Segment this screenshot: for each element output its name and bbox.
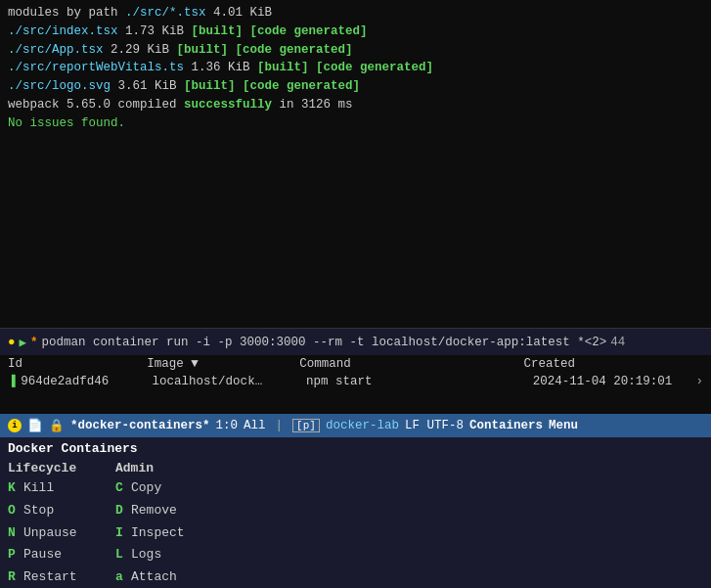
row-indicator: ▐ <box>8 375 17 388</box>
key-copy: C <box>115 478 127 499</box>
cmd-yellow-icon: ● <box>8 336 16 349</box>
status-lab: docker-lab <box>326 419 399 432</box>
container-table: Id Image ▼ Command Created ▐ 964de2adfd4… <box>0 355 711 414</box>
status-containers: Containers <box>469 419 543 432</box>
no-issues-line: No issues found. <box>8 114 703 133</box>
label-remove: Remove <box>131 501 177 521</box>
status-all: All <box>244 419 266 432</box>
cell-created: 2024-11-04 20:19:01 <box>533 375 696 388</box>
key-unpause: N <box>8 523 20 544</box>
menu-item-logs[interactable]: L Logs <box>115 544 311 566</box>
table-header-row: Id Image ▼ Command Created <box>8 355 703 373</box>
menu-item-unpause[interactable]: N Unpause <box>8 522 115 545</box>
cmd-number: 44 <box>610 336 625 349</box>
col-command-header: Command <box>299 357 523 371</box>
cell-command: npm start <box>306 375 533 388</box>
status-position: 1:0 <box>216 419 239 432</box>
terminal-output: modules by path ./src/*.tsx 4.01 KiB ./s… <box>0 0 711 328</box>
col-id-header: Id <box>8 357 147 371</box>
status-filename: *docker-containers* <box>70 419 210 432</box>
admin-column: Admin C Copy D Remove I Inspect L Logs a… <box>115 461 311 588</box>
lifecycle-column: Lifecycle K Kill O Stop N Unpause P Paus… <box>8 461 115 588</box>
label-copy: Copy <box>131 478 161 499</box>
cmd-green-icon: ▶ <box>20 335 27 350</box>
docker-title-bar: Docker Containers <box>0 437 711 459</box>
webpack-compiled-line: webpack 5.65.0 compiled successfully in … <box>8 96 703 114</box>
status-file-icon: 📄 <box>27 418 43 433</box>
menu-item-restart[interactable]: R Restart <box>8 566 115 588</box>
label-logs: Logs <box>131 545 161 565</box>
key-remove: D <box>115 501 127 521</box>
row-arrow: › <box>696 375 704 388</box>
col-created-header: Created <box>524 357 703 371</box>
label-stop: Stop <box>23 501 54 521</box>
menu-item-remove[interactable]: D Remove <box>115 500 311 522</box>
menu-item-inspect[interactable]: I Inspect <box>115 522 311 545</box>
label-kill: Kill <box>23 478 54 499</box>
label-pause: Pause <box>23 545 62 565</box>
file-line-4: ./src/logo.svg 3.61 KiB [built] [code ge… <box>8 77 703 96</box>
admin-label: Admin <box>115 461 311 475</box>
status-circle-icon: i <box>8 419 22 432</box>
modules-line: modules by path ./src/*.tsx 4.01 KiB <box>8 4 703 23</box>
label-unpause: Unpause <box>23 523 77 544</box>
menu-item-attach[interactable]: a Attach <box>115 566 311 588</box>
docker-panel-title: Docker Containers <box>8 441 138 456</box>
cursor-line <box>8 132 703 151</box>
command-line: ● ▶ * podman container run -i -p 3000:30… <box>0 328 711 355</box>
key-logs: L <box>115 545 127 565</box>
menu-item-pause[interactable]: P Pause <box>8 544 115 566</box>
file-line-3: ./src/reportWebVitals.ts 1.36 KiB [built… <box>8 59 703 77</box>
key-kill: K <box>8 478 20 499</box>
label-restart: Restart <box>23 567 77 588</box>
docker-menu: Lifecycle K Kill O Stop N Unpause P Paus… <box>0 459 711 588</box>
cell-image: localhost/dock… <box>153 375 307 388</box>
cmd-text: podman container run -i -p 3000:3000 --r… <box>42 336 607 349</box>
cell-id: 964de2adfd46 <box>21 375 152 388</box>
menu-item-stop[interactable]: O Stop <box>8 500 115 522</box>
label-attach: Attach <box>131 567 177 588</box>
status-lock-icon: 🔒 <box>49 418 65 433</box>
status-encoding: LF UTF-8 <box>405 419 464 432</box>
key-inspect: I <box>115 523 127 544</box>
menu-item-copy[interactable]: C Copy <box>115 477 311 500</box>
menu-columns: Lifecycle K Kill O Stop N Unpause P Paus… <box>8 461 703 588</box>
menu-item-kill[interactable]: K Kill <box>8 477 115 500</box>
lifecycle-label: Lifecycle <box>8 461 115 475</box>
file-line-1: ./src/index.tsx 1.73 KiB [built] [code g… <box>8 23 703 41</box>
key-attach: a <box>115 567 127 588</box>
label-inspect: Inspect <box>131 523 185 544</box>
key-stop: O <box>8 501 20 521</box>
key-restart: R <box>8 567 20 588</box>
status-p-icon: [p] <box>292 419 320 432</box>
key-pause: P <box>8 545 20 565</box>
file-line-2: ./src/App.tsx 2.29 KiB [built] [code gen… <box>8 41 703 60</box>
col-image-header: Image ▼ <box>147 357 299 371</box>
status-menu: Menu <box>549 419 578 432</box>
status-bar: i 📄 🔒 *docker-containers* 1:0 All | [p] … <box>0 414 711 437</box>
table-row[interactable]: ▐ 964de2adfd46 localhost/dock… npm start… <box>8 373 703 390</box>
